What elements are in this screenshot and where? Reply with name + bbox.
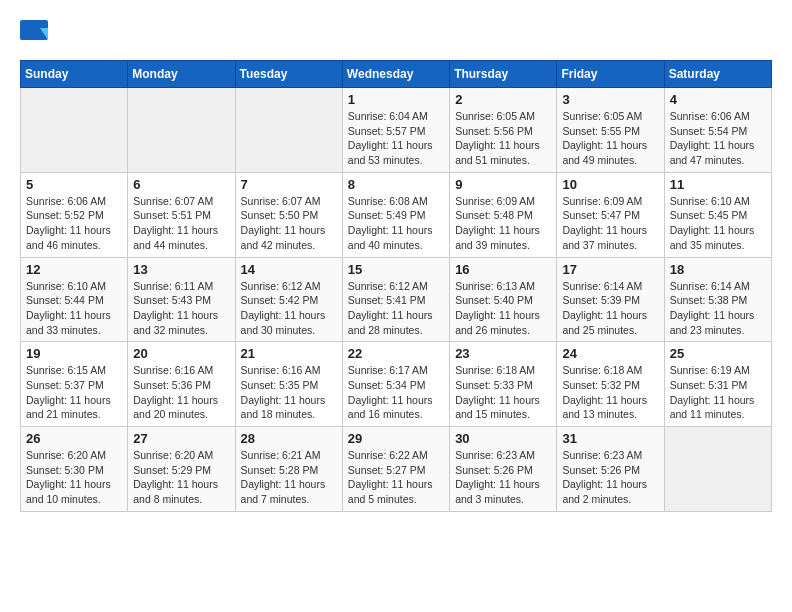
day-cell: 23Sunrise: 6:18 AM Sunset: 5:33 PM Dayli… (450, 342, 557, 427)
day-number: 8 (348, 177, 444, 192)
day-cell: 14Sunrise: 6:12 AM Sunset: 5:42 PM Dayli… (235, 257, 342, 342)
day-cell (21, 88, 128, 173)
day-info: Sunrise: 6:20 AM Sunset: 5:29 PM Dayligh… (133, 448, 229, 507)
header-row: SundayMondayTuesdayWednesdayThursdayFrid… (21, 61, 772, 88)
day-cell: 20Sunrise: 6:16 AM Sunset: 5:36 PM Dayli… (128, 342, 235, 427)
day-info: Sunrise: 6:10 AM Sunset: 5:45 PM Dayligh… (670, 194, 766, 253)
day-info: Sunrise: 6:08 AM Sunset: 5:49 PM Dayligh… (348, 194, 444, 253)
header-cell-sunday: Sunday (21, 61, 128, 88)
day-number: 4 (670, 92, 766, 107)
day-number: 1 (348, 92, 444, 107)
day-cell: 1Sunrise: 6:04 AM Sunset: 5:57 PM Daylig… (342, 88, 449, 173)
day-info: Sunrise: 6:20 AM Sunset: 5:30 PM Dayligh… (26, 448, 122, 507)
page-header (20, 20, 772, 50)
day-number: 16 (455, 262, 551, 277)
day-info: Sunrise: 6:23 AM Sunset: 5:26 PM Dayligh… (562, 448, 658, 507)
day-info: Sunrise: 6:13 AM Sunset: 5:40 PM Dayligh… (455, 279, 551, 338)
day-cell: 30Sunrise: 6:23 AM Sunset: 5:26 PM Dayli… (450, 427, 557, 512)
day-info: Sunrise: 6:10 AM Sunset: 5:44 PM Dayligh… (26, 279, 122, 338)
week-row-5: 26Sunrise: 6:20 AM Sunset: 5:30 PM Dayli… (21, 427, 772, 512)
day-cell: 24Sunrise: 6:18 AM Sunset: 5:32 PM Dayli… (557, 342, 664, 427)
logo (20, 20, 54, 50)
day-info: Sunrise: 6:23 AM Sunset: 5:26 PM Dayligh… (455, 448, 551, 507)
day-info: Sunrise: 6:17 AM Sunset: 5:34 PM Dayligh… (348, 363, 444, 422)
day-info: Sunrise: 6:22 AM Sunset: 5:27 PM Dayligh… (348, 448, 444, 507)
day-cell: 25Sunrise: 6:19 AM Sunset: 5:31 PM Dayli… (664, 342, 771, 427)
day-number: 5 (26, 177, 122, 192)
day-cell (235, 88, 342, 173)
calendar-header: SundayMondayTuesdayWednesdayThursdayFrid… (21, 61, 772, 88)
day-info: Sunrise: 6:12 AM Sunset: 5:41 PM Dayligh… (348, 279, 444, 338)
day-number: 3 (562, 92, 658, 107)
day-cell: 2Sunrise: 6:05 AM Sunset: 5:56 PM Daylig… (450, 88, 557, 173)
day-info: Sunrise: 6:04 AM Sunset: 5:57 PM Dayligh… (348, 109, 444, 168)
header-cell-saturday: Saturday (664, 61, 771, 88)
day-info: Sunrise: 6:19 AM Sunset: 5:31 PM Dayligh… (670, 363, 766, 422)
day-number: 18 (670, 262, 766, 277)
day-cell: 31Sunrise: 6:23 AM Sunset: 5:26 PM Dayli… (557, 427, 664, 512)
day-info: Sunrise: 6:14 AM Sunset: 5:39 PM Dayligh… (562, 279, 658, 338)
day-number: 28 (241, 431, 337, 446)
day-number: 31 (562, 431, 658, 446)
day-info: Sunrise: 6:14 AM Sunset: 5:38 PM Dayligh… (670, 279, 766, 338)
day-number: 12 (26, 262, 122, 277)
day-cell: 4Sunrise: 6:06 AM Sunset: 5:54 PM Daylig… (664, 88, 771, 173)
day-info: Sunrise: 6:05 AM Sunset: 5:56 PM Dayligh… (455, 109, 551, 168)
day-cell: 11Sunrise: 6:10 AM Sunset: 5:45 PM Dayli… (664, 172, 771, 257)
day-number: 21 (241, 346, 337, 361)
header-cell-monday: Monday (128, 61, 235, 88)
day-cell (128, 88, 235, 173)
day-number: 22 (348, 346, 444, 361)
day-number: 13 (133, 262, 229, 277)
day-cell: 28Sunrise: 6:21 AM Sunset: 5:28 PM Dayli… (235, 427, 342, 512)
day-number: 19 (26, 346, 122, 361)
day-number: 2 (455, 92, 551, 107)
week-row-4: 19Sunrise: 6:15 AM Sunset: 5:37 PM Dayli… (21, 342, 772, 427)
day-cell: 10Sunrise: 6:09 AM Sunset: 5:47 PM Dayli… (557, 172, 664, 257)
day-number: 20 (133, 346, 229, 361)
day-info: Sunrise: 6:15 AM Sunset: 5:37 PM Dayligh… (26, 363, 122, 422)
day-number: 30 (455, 431, 551, 446)
day-cell: 17Sunrise: 6:14 AM Sunset: 5:39 PM Dayli… (557, 257, 664, 342)
day-number: 29 (348, 431, 444, 446)
day-info: Sunrise: 6:16 AM Sunset: 5:35 PM Dayligh… (241, 363, 337, 422)
day-number: 10 (562, 177, 658, 192)
day-info: Sunrise: 6:18 AM Sunset: 5:32 PM Dayligh… (562, 363, 658, 422)
day-cell: 22Sunrise: 6:17 AM Sunset: 5:34 PM Dayli… (342, 342, 449, 427)
day-cell: 19Sunrise: 6:15 AM Sunset: 5:37 PM Dayli… (21, 342, 128, 427)
logo-icon (20, 20, 50, 50)
day-number: 25 (670, 346, 766, 361)
day-number: 15 (348, 262, 444, 277)
day-number: 7 (241, 177, 337, 192)
day-number: 26 (26, 431, 122, 446)
day-cell (664, 427, 771, 512)
day-number: 14 (241, 262, 337, 277)
day-cell: 9Sunrise: 6:09 AM Sunset: 5:48 PM Daylig… (450, 172, 557, 257)
day-number: 17 (562, 262, 658, 277)
day-info: Sunrise: 6:06 AM Sunset: 5:52 PM Dayligh… (26, 194, 122, 253)
day-info: Sunrise: 6:11 AM Sunset: 5:43 PM Dayligh… (133, 279, 229, 338)
week-row-3: 12Sunrise: 6:10 AM Sunset: 5:44 PM Dayli… (21, 257, 772, 342)
day-number: 24 (562, 346, 658, 361)
header-cell-friday: Friday (557, 61, 664, 88)
day-info: Sunrise: 6:09 AM Sunset: 5:48 PM Dayligh… (455, 194, 551, 253)
day-info: Sunrise: 6:16 AM Sunset: 5:36 PM Dayligh… (133, 363, 229, 422)
day-number: 23 (455, 346, 551, 361)
day-info: Sunrise: 6:12 AM Sunset: 5:42 PM Dayligh… (241, 279, 337, 338)
day-cell: 5Sunrise: 6:06 AM Sunset: 5:52 PM Daylig… (21, 172, 128, 257)
day-info: Sunrise: 6:05 AM Sunset: 5:55 PM Dayligh… (562, 109, 658, 168)
day-number: 9 (455, 177, 551, 192)
day-number: 27 (133, 431, 229, 446)
day-cell: 8Sunrise: 6:08 AM Sunset: 5:49 PM Daylig… (342, 172, 449, 257)
header-cell-thursday: Thursday (450, 61, 557, 88)
day-cell: 29Sunrise: 6:22 AM Sunset: 5:27 PM Dayli… (342, 427, 449, 512)
week-row-2: 5Sunrise: 6:06 AM Sunset: 5:52 PM Daylig… (21, 172, 772, 257)
day-cell: 6Sunrise: 6:07 AM Sunset: 5:51 PM Daylig… (128, 172, 235, 257)
day-info: Sunrise: 6:06 AM Sunset: 5:54 PM Dayligh… (670, 109, 766, 168)
day-cell: 26Sunrise: 6:20 AM Sunset: 5:30 PM Dayli… (21, 427, 128, 512)
day-info: Sunrise: 6:07 AM Sunset: 5:50 PM Dayligh… (241, 194, 337, 253)
day-cell: 18Sunrise: 6:14 AM Sunset: 5:38 PM Dayli… (664, 257, 771, 342)
header-cell-wednesday: Wednesday (342, 61, 449, 88)
day-cell: 16Sunrise: 6:13 AM Sunset: 5:40 PM Dayli… (450, 257, 557, 342)
day-number: 11 (670, 177, 766, 192)
